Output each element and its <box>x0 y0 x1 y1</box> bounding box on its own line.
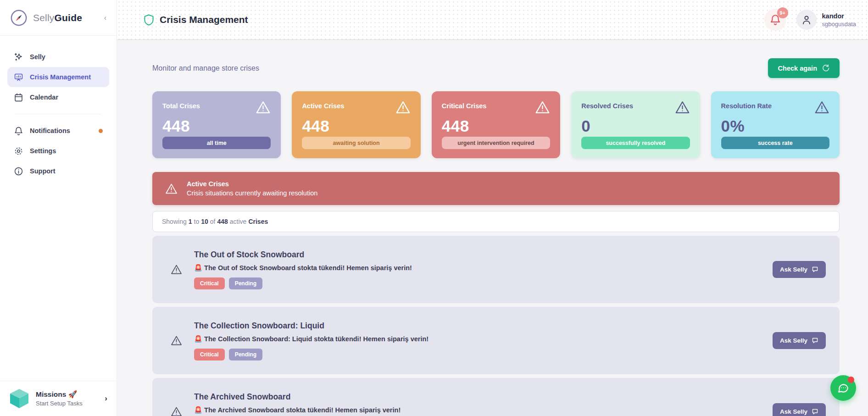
stat-label: Total Crises <box>162 100 200 110</box>
user-store: sgbogusdata <box>822 21 856 28</box>
speech-bubble-icon <box>812 266 818 273</box>
stat-value: 448 <box>302 117 410 135</box>
stat-card-total-crises: Total Crises 448 all time <box>152 91 281 158</box>
chat-bubble-icon <box>837 382 849 394</box>
cube-icon <box>9 388 29 409</box>
page-subtitle: Monitor and manage store crises <box>152 64 259 72</box>
sidebar-header: SellyGuide ‹ <box>0 0 117 36</box>
check-again-button[interactable]: Check again <box>768 58 840 78</box>
user-menu[interactable]: kandor sgbogusdata <box>796 10 856 30</box>
crisis-card: The Out of Stock Snowboard 🚨 The Out of … <box>152 236 840 303</box>
stat-tag: awaiting solution <box>302 137 410 149</box>
page-title: Crisis Management <box>160 14 248 25</box>
calendar-icon <box>14 93 23 102</box>
rocket-emoji: 🚀 <box>68 390 77 398</box>
banner-title: Active Crises <box>187 180 317 188</box>
notification-dot <box>99 129 103 133</box>
sidebar-item-settings[interactable]: Settings <box>7 141 109 161</box>
compass-logo-icon <box>10 9 28 27</box>
crisis-title: The Archived Snowboard <box>194 392 761 402</box>
missions-panel[interactable]: Missions 🚀 Start Setup Tasks › <box>0 381 117 416</box>
crisis-message: 🚨 The Out of Stock Snowboard stokta tüke… <box>194 264 761 272</box>
sidebar-item-label: Support <box>30 167 56 175</box>
content: Monitor and manage store crises Check ag… <box>117 40 868 416</box>
stat-card-resolution-rate: Resolution Rate 0% success rate <box>711 91 840 158</box>
crisis-message: 🚨 The Collection Snowboard: Liquid stokt… <box>194 335 761 343</box>
chevron-right-icon[interactable]: › <box>105 394 107 403</box>
status-badge: Pending <box>229 349 262 361</box>
ask-selly-button[interactable]: Ask Selly <box>773 403 826 416</box>
results-to: 10 <box>201 218 208 225</box>
user-name: kandor <box>822 12 856 20</box>
severity-badge: Critical <box>194 349 225 361</box>
sidebar-item-label: Settings <box>30 147 56 155</box>
stat-value: 448 <box>162 117 271 135</box>
avatar <box>796 10 817 30</box>
notifications-bell-button[interactable]: 9+ <box>764 9 786 31</box>
gear-icon <box>14 146 23 156</box>
sidebar-item-label: Crisis Management <box>30 73 91 81</box>
sidebar: SellyGuide ‹ Selly Crisis Management <box>0 0 117 416</box>
warning-triangle-icon <box>535 100 550 114</box>
ask-selly-button[interactable]: Ask Selly <box>773 332 826 349</box>
warning-triangle-icon <box>171 406 182 416</box>
person-icon <box>801 14 812 25</box>
warning-triangle-icon <box>256 100 271 114</box>
warning-triangle-icon <box>814 100 829 114</box>
stat-label: Critical Crises <box>442 100 487 110</box>
results-from: 1 <box>189 218 192 225</box>
sidebar-divider <box>15 114 102 114</box>
brand-light: Selly <box>33 12 55 23</box>
info-icon <box>14 166 23 176</box>
shield-icon <box>144 14 154 26</box>
ask-selly-button[interactable]: Ask Selly <box>773 261 826 278</box>
chat-fab-button[interactable] <box>830 375 856 401</box>
warning-triangle-icon <box>171 264 182 275</box>
banner-subtitle: Crisis situations currently awaiting res… <box>187 189 317 197</box>
chat-unread-dot <box>848 377 854 383</box>
stats-row: Total Crises 448 all time Active Crises … <box>152 91 840 158</box>
sidebar-item-crisis-management[interactable]: Crisis Management <box>7 67 109 87</box>
missions-title: Missions 🚀 <box>36 390 83 399</box>
bell-icon <box>14 126 23 136</box>
speech-bubble-icon <box>812 408 818 415</box>
brand-bold: Guide <box>55 12 83 23</box>
severity-badge: Critical <box>194 277 225 289</box>
stat-value: 0 <box>581 117 690 135</box>
warning-triangle-icon <box>395 100 411 114</box>
warning-triangle-icon <box>675 100 690 114</box>
sidebar-item-support[interactable]: Support <box>7 161 109 181</box>
stat-value: 0% <box>721 117 829 135</box>
active-crises-banner: Active Crises Crisis situations currentl… <box>152 172 840 205</box>
sidebar-item-calendar[interactable]: Calendar <box>7 87 109 107</box>
brand-wordmark: SellyGuide <box>33 12 82 23</box>
sparkles-icon <box>14 52 23 62</box>
stat-tag: all time <box>162 137 271 149</box>
crisis-title: The Out of Stock Snowboard <box>194 250 761 260</box>
stat-label: Resolution Rate <box>721 100 772 110</box>
sidebar-item-selly[interactable]: Selly <box>7 47 109 67</box>
results-entity: Crises <box>248 218 268 225</box>
sidebar-item-label: Notifications <box>30 127 70 134</box>
stat-tag: urgent intervention required <box>442 137 550 149</box>
crisis-card: The Collection Snowboard: Liquid 🚨 The C… <box>152 307 840 374</box>
stat-card-resolved-crises: Resolved Crises 0 successfully resolved <box>571 91 700 158</box>
stat-tag: success rate <box>721 137 829 149</box>
warning-triangle-icon <box>171 335 182 346</box>
speech-bubble-icon <box>812 337 818 344</box>
notification-count-badge: 9+ <box>777 7 788 18</box>
sidebar-collapse-button[interactable]: ‹ <box>104 14 106 22</box>
sidebar-nav: Selly Crisis Management Calendar <box>0 36 117 181</box>
results-summary-bar: Showing 1 to 10 of 448 active Crises <box>152 211 840 232</box>
stat-card-active-crises: Active Crises 448 awaiting solution <box>292 91 420 158</box>
missions-subtitle: Start Setup Tasks <box>36 400 83 407</box>
status-badge: Pending <box>229 277 262 289</box>
warning-triangle-icon <box>165 183 178 194</box>
sidebar-item-notifications[interactable]: Notifications <box>7 121 109 141</box>
crisis-message: 🚨 The Archived Snowboard stokta tükendi!… <box>194 406 761 414</box>
presentation-chart-icon <box>14 72 23 82</box>
main-area: Crisis Management 9+ kandor <box>117 0 868 416</box>
stat-card-critical-crises: Critical Crises 448 urgent intervention … <box>432 91 560 158</box>
crisis-card: The Archived Snowboard 🚨 The Archived Sn… <box>152 378 840 416</box>
stat-tag: successfully resolved <box>581 137 690 149</box>
